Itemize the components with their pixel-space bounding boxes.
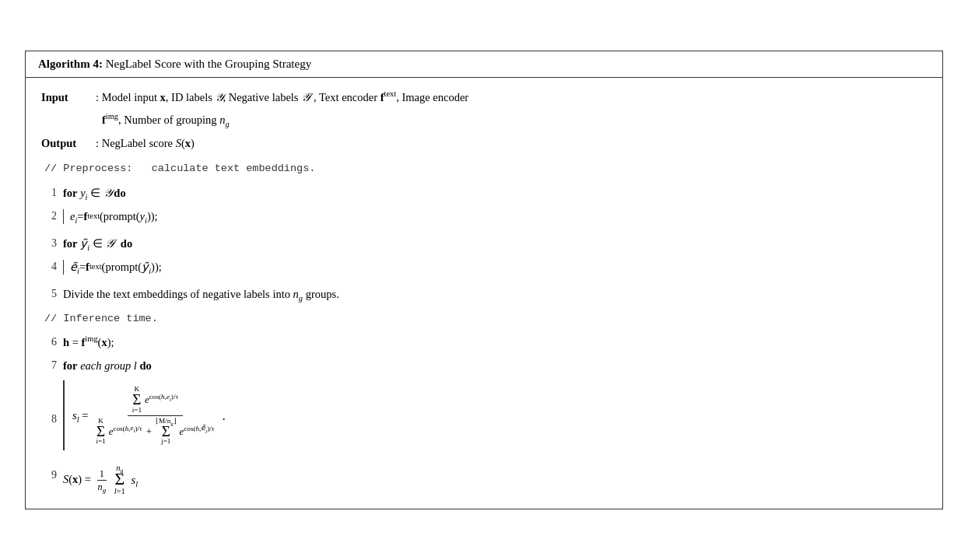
step-8-content: sl = K Σ i=1 ecos(h,ei)/τ <box>63 380 927 458</box>
step-3-num: 3 <box>41 233 63 254</box>
step-4: 4 ẽi = ftext(prompt(ỹi)); <box>41 256 927 282</box>
step-2-content: ei = ftext(prompt(yi)); <box>63 205 927 232</box>
algorithm-header: Algorithm 4: NegLabel Score with the Gro… <box>26 51 942 78</box>
step-5-num: 5 <box>41 283 63 305</box>
output-colon: : NegLabel score S(x) <box>96 133 195 155</box>
input-label: Input <box>41 87 96 109</box>
input-line2: fimg, Number of grouping ng <box>41 110 927 131</box>
step-3: 3 for ỹi ∈ 𝒴− do <box>41 233 927 255</box>
step-2-num: 2 <box>41 205 63 227</box>
input-colon: : Model input x, ID labels 𝒴, Negative l… <box>96 87 468 109</box>
comment-inference: // Inference time. <box>41 309 927 329</box>
step-6-content: h = fimg(x); <box>63 331 927 354</box>
step-5: 5 Divide the text embeddings of negative… <box>41 283 927 306</box>
step-6-num: 6 <box>41 331 63 353</box>
output-line: Output : NegLabel score S(x) <box>41 133 927 155</box>
step-9-num: 9 <box>41 464 63 486</box>
algorithm-title: Algorithm 4: <box>38 58 103 70</box>
step-1-content: for yi ∈ 𝒴 do <box>63 182 927 205</box>
step-4-num: 4 <box>41 256 63 278</box>
step-4-content: ẽi = ftext(prompt(ỹi)); <box>63 256 927 282</box>
step-8: 8 sl = K Σ <box>41 380 927 458</box>
input-line: Input : Model input x, ID labels 𝒴, Nega… <box>41 87 927 109</box>
step-5-content: Divide the text embeddings of negative l… <box>63 283 927 306</box>
step-9: 9 S(x) = 1 ng ng Σ l=1 sl <box>41 464 927 495</box>
step-1: 1 for yi ∈ 𝒴 do <box>41 182 927 205</box>
step-7: 7 for each group l do <box>41 355 927 377</box>
algorithm-box: Algorithm 4: NegLabel Score with the Gro… <box>25 51 943 510</box>
step-3-content: for ỹi ∈ 𝒴− do <box>63 233 927 255</box>
comment-preprocess: // Preprocess: calculate text embeddings… <box>41 159 927 179</box>
step-2: 2 ei = ftext(prompt(yi)); <box>41 205 927 232</box>
step-6: 6 h = fimg(x); <box>41 331 927 354</box>
algorithm-subtitle: NegLabel Score with the Grouping Strateg… <box>106 58 312 70</box>
step-8-num: 8 <box>41 409 63 430</box>
step-1-num: 1 <box>41 182 63 204</box>
algorithm-body: Input : Model input x, ID labels 𝒴, Nega… <box>26 78 942 509</box>
step-9-content: S(x) = 1 ng ng Σ l=1 sl <box>63 464 927 495</box>
step-7-content: for each group l do <box>63 355 927 377</box>
output-label: Output <box>41 133 96 155</box>
step-7-num: 7 <box>41 355 63 376</box>
